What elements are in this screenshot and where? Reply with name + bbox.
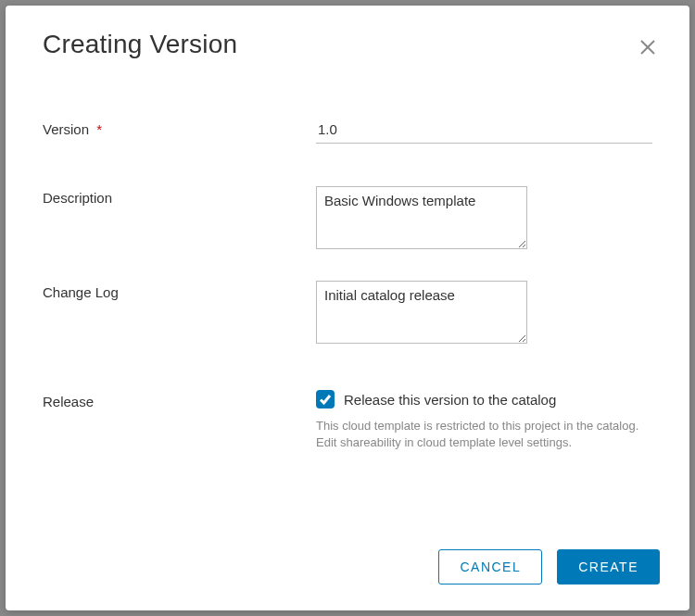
close-icon	[639, 39, 656, 56]
description-label: Description	[43, 186, 316, 253]
changelog-row: Change Log	[43, 281, 652, 347]
modal-title: Creating Version	[43, 30, 237, 59]
release-label: Release	[43, 390, 316, 451]
modal-footer: CANCEL CREATE	[6, 531, 689, 610]
description-textarea[interactable]	[316, 186, 527, 249]
changelog-textarea[interactable]	[316, 281, 527, 344]
cancel-button[interactable]: CANCEL	[438, 549, 542, 585]
version-row: Version *	[43, 118, 652, 144]
create-button[interactable]: CREATE	[557, 549, 660, 585]
required-asterisk: *	[96, 121, 102, 137]
version-input[interactable]	[316, 118, 652, 144]
release-checkbox-row: Release this version to the catalog	[316, 390, 652, 409]
modal-body: Version * Description Change Log Release	[6, 62, 689, 531]
modal-header: Creating Version	[6, 6, 689, 62]
close-button[interactable]	[636, 35, 660, 62]
release-helper-text: This cloud template is restricted to thi…	[316, 418, 650, 451]
creating-version-modal: Creating Version Version * Description	[6, 6, 689, 610]
changelog-label: Change Log	[43, 281, 316, 347]
description-row: Description	[43, 186, 652, 253]
release-checkbox-label: Release this version to the catalog	[344, 392, 556, 408]
release-row: Release Release this version to the cata…	[43, 390, 652, 451]
version-label: Version *	[43, 118, 316, 144]
release-checkbox[interactable]	[316, 390, 335, 409]
checkmark-icon	[319, 393, 332, 406]
